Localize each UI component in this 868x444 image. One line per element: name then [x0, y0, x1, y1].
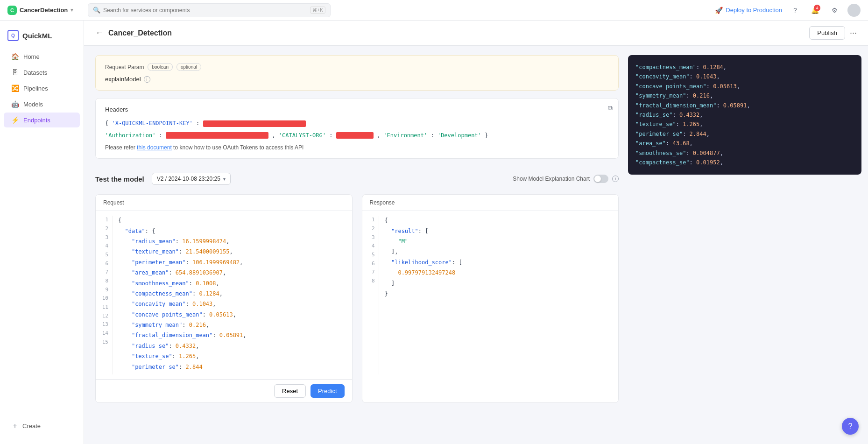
- plus-icon: ＋: [11, 421, 19, 431]
- sidebar-item-home[interactable]: 🏠 Home: [4, 49, 80, 64]
- sidebar-item-pipelines-label: Pipelines: [23, 85, 48, 92]
- publish-button[interactable]: Publish: [809, 26, 845, 40]
- main-content: ← Cancer_Detection Publish ··· Request P…: [84, 21, 868, 444]
- sidebar-bottom: ＋ Create: [0, 414, 84, 438]
- param-name-text: explainModel: [105, 76, 141, 83]
- deploy-to-production-button[interactable]: 🚀 Deploy to Production: [715, 7, 782, 14]
- datasets-icon: 🗄: [11, 69, 19, 76]
- toggle-knob: [594, 176, 601, 182]
- gear-icon: ⚙: [832, 7, 838, 14]
- endpoint-key-value-redacted: [203, 120, 306, 127]
- response-label: Response: [362, 195, 619, 211]
- page-title: Cancer_Detection: [108, 29, 172, 37]
- auth-value-redacted: [166, 132, 268, 139]
- notifications-button[interactable]: 🔔 4: [808, 4, 821, 17]
- request-param-label: Request Param: [105, 64, 144, 70]
- sidebar-item-models[interactable]: 🤖 Models: [4, 97, 80, 112]
- show-chart-row: Show Model Explanation Chart i: [513, 175, 619, 183]
- sidebar-item-endpoints[interactable]: ⚡ Endpoints: [4, 113, 80, 127]
- sidebar-logo: Q QuickML: [0, 26, 84, 49]
- optional-badge: optional: [176, 63, 201, 71]
- brace-open: {: [105, 120, 112, 127]
- right-json-panel: "compactness_mean": 0.1284, "concavity_m…: [628, 55, 861, 175]
- help-button[interactable]: ?: [789, 4, 802, 17]
- notice-prefix: Please refer: [105, 144, 137, 151]
- reset-button[interactable]: Reset: [274, 384, 306, 398]
- settings-button[interactable]: ⚙: [828, 4, 841, 17]
- version-label: V2 / 2024-10-08 23:20:25: [157, 176, 220, 182]
- page-header-right: Publish ···: [809, 26, 857, 40]
- env-label: 'Environment': [383, 132, 427, 139]
- quickml-icon: Q: [7, 30, 19, 41]
- req-res-container: Request 12345 678910 1112131415 { "data"…: [95, 194, 619, 403]
- boolean-badge: boolean: [148, 63, 173, 71]
- json-line-concave-points-mean: "concave points_mean": 0.05613,: [635, 82, 854, 91]
- version-selector[interactable]: V2 / 2024-10-08 23:20:25 ▾: [152, 173, 231, 185]
- response-code-editor: 1234 5678 { "result": [ "M" ], "likeliho…: [362, 211, 619, 379]
- pipelines-icon: 🔀: [11, 85, 19, 92]
- notice-text: Please refer this document to know how t…: [105, 144, 609, 151]
- back-button[interactable]: ←: [95, 28, 104, 38]
- env-value: 'Development': [438, 132, 481, 139]
- models-icon: 🤖: [11, 100, 19, 108]
- create-button[interactable]: ＋ Create: [4, 417, 80, 435]
- request-panel: Request 12345 678910 1112131415 { "data"…: [95, 194, 353, 403]
- endpoint-key-label: 'X-QUICKML-ENDPOINT-KEY': [112, 120, 192, 127]
- copy-button[interactable]: ⧉: [608, 104, 613, 112]
- json-line-concavity-mean: "concavity_mean": 0.1043,: [635, 72, 854, 81]
- home-icon: 🏠: [11, 53, 19, 60]
- sidebar: Q QuickML 🏠 Home 🗄 Datasets 🔀 Pipelines …: [0, 21, 84, 444]
- request-code-editor[interactable]: 12345 678910 1112131415 { "data": { "rad…: [96, 211, 352, 379]
- brand[interactable]: C CancerDetection ▾: [7, 6, 82, 15]
- test-model-title: Test the model: [95, 175, 144, 183]
- request-param-card: Request Param boolean optional explainMo…: [95, 55, 619, 91]
- help-fab-button[interactable]: ?: [842, 418, 859, 435]
- sidebar-logo-text: QuickML: [22, 32, 52, 40]
- param-info-icon[interactable]: i: [144, 76, 150, 83]
- json-line-radius-se: "radius_se": 0.4332,: [635, 110, 854, 120]
- colon1: :: [196, 120, 203, 127]
- chart-info-icon[interactable]: i: [612, 176, 619, 182]
- rocket-icon: 🚀: [715, 7, 723, 14]
- this-document-link[interactable]: this document: [137, 144, 172, 151]
- page-header-left: ← Cancer_Detection: [95, 28, 172, 38]
- test-header: Test the model V2 / 2024-10-08 23:20:25 …: [95, 173, 619, 185]
- predict-button[interactable]: Predict: [311, 384, 344, 398]
- search-bar[interactable]: 🔍 ⌘+K: [88, 3, 331, 17]
- create-label: Create: [22, 423, 41, 430]
- brand-chevron: ▾: [71, 7, 73, 13]
- json-line-compactness-se: "compactness_se": 0.01952,: [635, 158, 854, 167]
- search-icon: 🔍: [93, 7, 100, 14]
- request-label: Request: [96, 195, 352, 211]
- brand-icon: C: [7, 6, 17, 15]
- headers-code: { 'X-QUICKML-ENDPOINT-KEY' : 'Authorizat…: [105, 119, 609, 141]
- sidebar-item-pipelines[interactable]: 🔀 Pipelines: [4, 81, 80, 96]
- headers-title: Headers: [105, 106, 609, 113]
- catalyst-label: 'CATALYST-ORG': [279, 132, 326, 139]
- sidebar-item-datasets-label: Datasets: [23, 69, 47, 76]
- headers-card: Headers ⧉ { 'X-QUICKML-ENDPOINT-KEY' : '…: [95, 98, 619, 159]
- help-icon: ?: [793, 7, 797, 14]
- request-code-content: { "data": { "radius_mean": 16.1599998474…: [113, 216, 352, 374]
- auth-label: 'Authorization': [105, 132, 155, 139]
- avatar[interactable]: [847, 4, 861, 17]
- chevron-down-icon: ▾: [223, 176, 226, 182]
- search-input[interactable]: [103, 7, 307, 14]
- sidebar-item-endpoints-label: Endpoints: [23, 117, 50, 124]
- more-options-button[interactable]: ···: [850, 28, 857, 38]
- notice-suffix: to know how to use OAuth Tokens to acces…: [173, 144, 303, 151]
- topnav-right: 🚀 Deploy to Production ? 🔔 4 ⚙: [715, 4, 861, 17]
- help-fab-icon: ?: [848, 422, 853, 430]
- search-shortcut: ⌘+K: [310, 7, 325, 14]
- sidebar-item-datasets[interactable]: 🗄 Datasets: [4, 65, 80, 80]
- json-line-area-se: "area_se": 43.68,: [635, 139, 854, 148]
- request-panel-footer: Reset Predict: [96, 379, 352, 402]
- show-chart-toggle[interactable]: [593, 175, 608, 183]
- json-line-symmetry-mean: "symmetry_mean": 0.216,: [635, 91, 854, 100]
- test-section: Test the model V2 / 2024-10-08 23:20:25 …: [95, 173, 619, 403]
- json-line-perimeter-se: "perimeter_se": 2.844,: [635, 129, 854, 139]
- show-chart-label: Show Model Explanation Chart: [513, 176, 590, 182]
- topnav: C CancerDetection ▾ 🔍 ⌘+K 🚀 Deploy to Pr…: [0, 0, 868, 21]
- notification-badge: 4: [814, 5, 820, 11]
- page-header: ← Cancer_Detection Publish ···: [84, 21, 868, 46]
